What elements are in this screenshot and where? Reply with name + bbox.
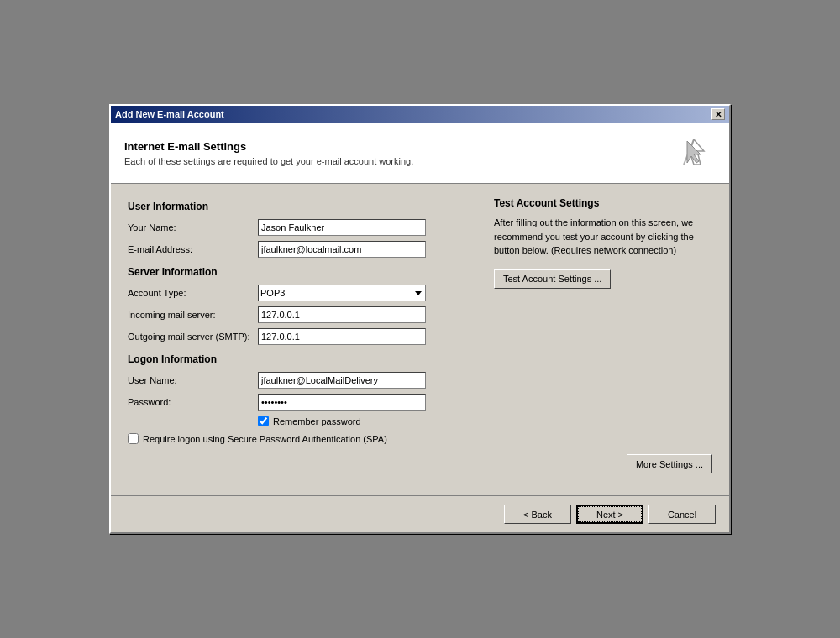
cancel-button[interactable]: Cancel [648, 505, 716, 524]
name-label: Your Name: [128, 222, 258, 233]
test-account-title: Test Account Settings [494, 197, 712, 209]
content-area: User Information Your Name: E-mail Addre… [111, 184, 729, 487]
two-column-layout: User Information Your Name: E-mail Addre… [128, 197, 712, 426]
next-button[interactable]: Next > [576, 505, 643, 524]
outgoing-server-label: Outgoing mail server (SMTP): [128, 332, 258, 342]
incoming-server-row: Incoming mail server: [128, 306, 474, 323]
password-input[interactable] [258, 394, 426, 411]
main-window: Add New E-mail Account ✕ Internet E-mail… [109, 104, 731, 534]
left-column: User Information Your Name: E-mail Addre… [128, 197, 474, 426]
more-settings-row: More Settings ... [128, 454, 712, 473]
spa-checkbox[interactable] [128, 433, 139, 444]
remember-checkbox[interactable] [258, 416, 269, 426]
logon-info-title: Logon Information [128, 353, 474, 365]
outgoing-server-row: Outgoing mail server (SMTP): [128, 328, 474, 345]
password-label: Password: [128, 397, 258, 407]
outgoing-server-input[interactable] [258, 328, 426, 345]
more-settings-button[interactable]: More Settings ... [627, 454, 712, 473]
username-row: User Name: [128, 372, 474, 389]
name-row: Your Name: [128, 219, 474, 236]
incoming-server-input[interactable] [258, 306, 426, 323]
header-description: Each of these settings are required to g… [124, 156, 413, 166]
username-label: User Name: [128, 375, 258, 385]
bottom-buttons: < Back Next > Cancel [504, 505, 716, 524]
name-input[interactable] [258, 219, 426, 236]
window-title: Add New E-mail Account [115, 109, 224, 119]
email-row: E-mail Address: [128, 241, 474, 258]
back-button[interactable]: < Back [504, 505, 571, 524]
title-bar: Add New E-mail Account ✕ [111, 106, 729, 123]
header-text: Internet E-mail Settings Each of these s… [124, 140, 413, 166]
wizard-icon [675, 133, 716, 173]
spa-row: Require logon using Secure Password Auth… [128, 433, 712, 444]
account-type-select[interactable]: POP3 IMAP HTTP [258, 285, 426, 301]
username-input[interactable] [258, 372, 426, 389]
account-type-row: Account Type: POP3 IMAP HTTP [128, 285, 474, 301]
password-row: Password: [128, 394, 474, 411]
wizard-cursor-icon [675, 133, 716, 173]
header-section: Internet E-mail Settings Each of these s… [111, 123, 729, 184]
remember-label: Remember password [273, 416, 361, 426]
spa-label: Require logon using Secure Password Auth… [143, 434, 387, 444]
user-info-title: User Information [128, 201, 474, 212]
account-type-label: Account Type: [128, 288, 258, 298]
incoming-server-label: Incoming mail server: [128, 310, 258, 320]
header-title: Internet E-mail Settings [124, 140, 413, 153]
server-info-title: Server Information [128, 266, 474, 278]
right-column: Test Account Settings After filling out … [494, 197, 712, 426]
remember-row: Remember password [258, 416, 474, 426]
email-input[interactable] [258, 241, 426, 258]
close-button[interactable]: ✕ [711, 108, 725, 120]
test-account-description: After filling out the information on thi… [494, 216, 712, 258]
email-label: E-mail Address: [128, 244, 258, 254]
bottom-bar: < Back Next > Cancel [111, 495, 729, 532]
test-account-button[interactable]: Test Account Settings ... [494, 269, 611, 289]
